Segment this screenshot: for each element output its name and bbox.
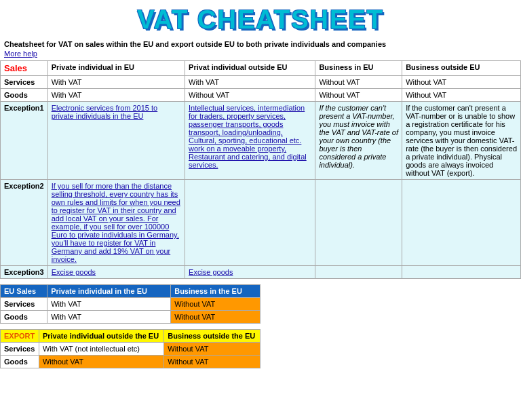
exception3-excise-eu-link[interactable]: Excise goods (52, 268, 96, 276)
exception2-business-outside-eu (402, 180, 521, 266)
main-table: Sales Private individual in EU Privat in… (0, 60, 521, 279)
export-services-label: Services (1, 343, 39, 356)
col-private-outside-eu: Privat individual outside EU (185, 61, 315, 76)
export-table: EXPORT Private individual outside the EU… (0, 329, 260, 368)
more-help-link[interactable]: More help (0, 48, 521, 60)
row-exception1: Exception1 Electronic services from 2015… (1, 102, 521, 180)
col-private-eu: Private individual in EU (47, 61, 185, 76)
goods-business-eu: Without VAT (315, 89, 402, 102)
export-goods-private: Without VAT (39, 356, 163, 368)
goods-private-outside-eu: Without VAT (185, 89, 315, 102)
col-business-outside-eu: Business outside EU (402, 61, 521, 76)
eu-goods-label: Goods (1, 311, 47, 324)
eu-sales-header-row: EU Sales Private individual in the EU Bu… (1, 285, 260, 298)
services-label: Services (1, 76, 48, 89)
exception1-outside-link[interactable]: Intellectual services, intermediation fo… (189, 104, 307, 169)
subtitle-text: Cheatsheet for VAT on sales within the E… (4, 40, 386, 48)
exception3-private-outside-eu: Excise goods (185, 266, 315, 279)
exception3-label: Exception3 (1, 266, 48, 279)
eu-services-business: Without VAT (171, 298, 260, 311)
exception1-private-outside-eu: Intellectual services, intermediation fo… (185, 102, 315, 180)
exception3-business-eu (315, 266, 402, 279)
eu-services-private: With VAT (47, 298, 171, 311)
exception2-private-outside-eu (185, 180, 315, 266)
goods-business-outside-eu: Without VAT (402, 89, 521, 102)
header: VAT CHEATSHEET (0, 0, 521, 37)
export-label: EXPORT (1, 330, 39, 343)
eu-sales-col-business: Business in the EU (171, 285, 260, 298)
exception2-label: Exception2 (1, 180, 48, 266)
page-title: VAT CHEATSHEET (0, 5, 521, 35)
row-goods: Goods With VAT Without VAT Without VAT W… (1, 89, 521, 102)
export-col-business: Business outside the EU (164, 330, 260, 343)
export-services-row: Services With VAT (not intellectual etc)… (1, 343, 260, 356)
more-help-text: More help (4, 50, 37, 58)
services-business-eu: Without VAT (315, 76, 402, 89)
exception3-private-eu: Excise goods (47, 266, 185, 279)
eu-services-row: Services With VAT Without VAT (1, 298, 260, 311)
row-exception2: Exception2 If you sell for more than the… (1, 180, 521, 266)
eu-sales-col-private: Private individual in the EU (47, 285, 171, 298)
subtitle: Cheatsheet for VAT on sales within the E… (0, 37, 521, 48)
exception2-private-eu-link[interactable]: If you sell for more than the distance s… (52, 182, 180, 263)
export-services-private: With VAT (not intellectual etc) (39, 343, 163, 356)
main-header-row: Sales Private individual in EU Privat in… (1, 61, 521, 76)
export-goods-label: Goods (1, 356, 39, 368)
eu-goods-business: Without VAT (171, 311, 260, 324)
exception1-private-eu: Electronic services from 2015 to private… (47, 102, 185, 180)
row-services: Services With VAT With VAT Without VAT W… (1, 76, 521, 89)
row-exception3: Exception3 Excise goods Excise goods (1, 266, 521, 279)
eu-sales-table: EU Sales Private individual in the EU Bu… (0, 284, 260, 324)
export-header-row: EXPORT Private individual outside the EU… (1, 330, 260, 343)
exception3-business-outside-eu (402, 266, 521, 279)
exception3-excise-outside-link[interactable]: Excise goods (189, 268, 233, 276)
services-private-eu: With VAT (47, 76, 185, 89)
exception1-label: Exception1 (1, 102, 48, 180)
exception1-business-eu: If the customer can't present a VAT-numb… (315, 102, 402, 180)
services-business-outside-eu: Without VAT (402, 76, 521, 89)
export-goods-row: Goods Without VAT Without VAT (1, 356, 260, 368)
goods-label: Goods (1, 89, 48, 102)
eu-goods-private: With VAT (47, 311, 171, 324)
export-goods-business: Without VAT (164, 356, 260, 368)
eu-sales-label: EU Sales (1, 285, 47, 298)
eu-goods-row: Goods With VAT Without VAT (1, 311, 260, 324)
goods-private-eu: With VAT (47, 89, 185, 102)
services-private-outside-eu: With VAT (185, 76, 315, 89)
col-sales: Sales (1, 61, 48, 76)
exception2-private-eu: If you sell for more than the distance s… (47, 180, 185, 266)
export-col-private: Private individual outside the EU (39, 330, 163, 343)
export-services-business: Without VAT (164, 343, 260, 356)
exception1-business-outside-eu: If the customer can't present a VAT-numb… (402, 102, 521, 180)
exception2-business-eu (315, 180, 402, 266)
exception1-private-eu-link[interactable]: Electronic services from 2015 to private… (52, 104, 158, 120)
col-business-eu: Business in EU (315, 61, 402, 76)
eu-services-label: Services (1, 298, 47, 311)
